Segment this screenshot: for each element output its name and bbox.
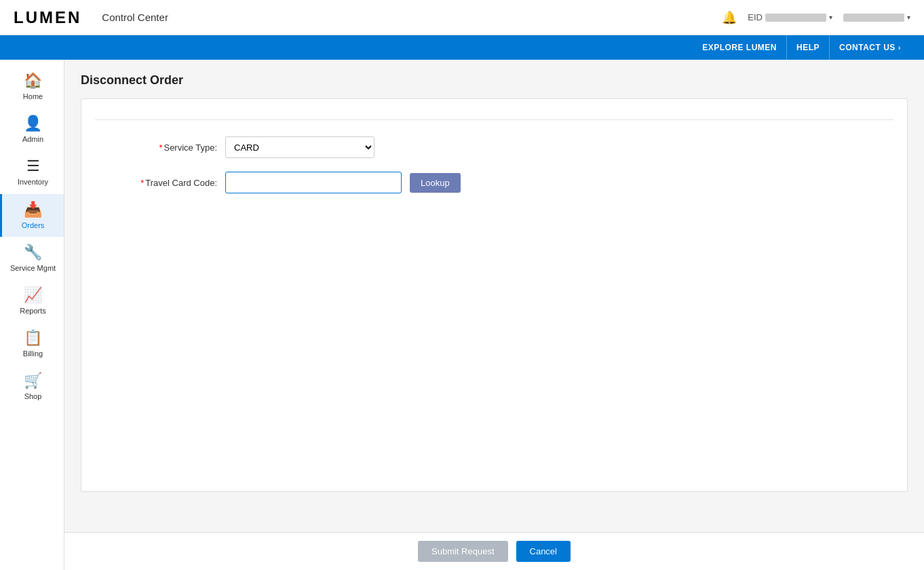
- sidebar-item-service-mgmt[interactable]: 🔧 Service Mgmt: [0, 237, 64, 280]
- sidebar-item-shop[interactable]: 🛒 Shop: [0, 365, 64, 408]
- notification-bell-icon[interactable]: 🔔: [722, 10, 737, 25]
- home-icon: 🏠: [24, 72, 42, 90]
- travel-card-code-input[interactable]: [225, 172, 402, 193]
- sidebar-label-inventory: Inventory: [18, 178, 48, 187]
- travel-card-code-row: *Travel Card Code: Lookup: [95, 172, 893, 193]
- help-link[interactable]: HELP: [787, 35, 830, 60]
- sidebar-label-billing: Billing: [23, 349, 43, 358]
- shop-icon: 🛒: [24, 372, 42, 390]
- sidebar-item-reports[interactable]: 📈 Reports: [0, 280, 64, 322]
- travel-card-required-star: *: [140, 178, 144, 188]
- form-divider: [95, 119, 893, 120]
- sidebar-label-service-mgmt: Service Mgmt: [10, 264, 56, 273]
- eid-label: EID: [748, 12, 763, 22]
- user-value: [843, 14, 904, 22]
- main-layout: 🏠 Home 👤 Admin ☰ Inventory 📥 Orders 🔧 Se…: [0, 60, 924, 570]
- sidebar-item-billing[interactable]: 📋 Billing: [0, 322, 64, 365]
- billing-icon: 📋: [24, 329, 42, 347]
- action-bar: Submit Request Cancel: [64, 532, 924, 570]
- sidebar-label-reports: Reports: [20, 307, 46, 316]
- service-type-required-star: *: [159, 142, 162, 153]
- submit-request-button[interactable]: Submit Request: [418, 541, 508, 562]
- service-type-row: *Service Type: CARD: [95, 136, 893, 158]
- contact-us-arrow-icon: ›: [898, 43, 901, 52]
- top-header: LUMEN Control Center 🔔 EID ▾ ▾: [0, 0, 924, 35]
- service-type-label: *Service Type:: [95, 142, 217, 153]
- service-type-select[interactable]: CARD: [225, 136, 374, 158]
- service-mgmt-icon: 🔧: [24, 244, 42, 261]
- eid-dropdown[interactable]: EID ▾: [748, 12, 832, 22]
- sidebar-label-shop: Shop: [24, 392, 42, 401]
- sidebar-label-admin: Admin: [22, 135, 43, 144]
- cancel-button[interactable]: Cancel: [516, 541, 571, 562]
- admin-icon: 👤: [24, 115, 42, 132]
- content-area: Disconnect Order *Service Type: CARD *Tr…: [64, 60, 924, 532]
- logo: LUMEN: [14, 8, 81, 27]
- sidebar-item-home[interactable]: 🏠 Home: [0, 65, 64, 108]
- user-chevron-down-icon: ▾: [907, 14, 910, 21]
- sidebar-label-home: Home: [23, 92, 43, 101]
- eid-value: [765, 14, 826, 22]
- sidebar-item-inventory[interactable]: ☰ Inventory: [0, 151, 64, 193]
- sidebar: 🏠 Home 👤 Admin ☰ Inventory 📥 Orders 🔧 Se…: [0, 60, 64, 570]
- sidebar-item-orders[interactable]: 📥 Orders: [0, 194, 64, 237]
- blue-nav-bar: EXPLORE LUMEN HELP CONTACT US ›: [0, 35, 924, 60]
- travel-card-code-label: *Travel Card Code:: [95, 178, 217, 188]
- explore-lumen-link[interactable]: EXPLORE LUMEN: [693, 35, 787, 60]
- reports-icon: 📈: [24, 286, 42, 304]
- app-label: Control Center: [102, 12, 168, 23]
- user-dropdown[interactable]: ▾: [843, 14, 910, 22]
- sidebar-item-admin[interactable]: 👤 Admin: [0, 108, 64, 151]
- inventory-icon: ☰: [26, 157, 40, 175]
- eid-chevron-down-icon: ▾: [829, 14, 832, 21]
- orders-icon: 📥: [24, 201, 42, 218]
- contact-us-link[interactable]: CONTACT US ›: [830, 35, 910, 60]
- logo-text: LUMEN: [14, 8, 81, 27]
- page-title: Disconnect Order: [81, 73, 908, 88]
- header-right: 🔔 EID ▾ ▾: [722, 10, 910, 25]
- sidebar-label-orders: Orders: [22, 221, 45, 230]
- lookup-button[interactable]: Lookup: [410, 173, 461, 193]
- form-card: *Service Type: CARD *Travel Card Code: L…: [81, 98, 908, 492]
